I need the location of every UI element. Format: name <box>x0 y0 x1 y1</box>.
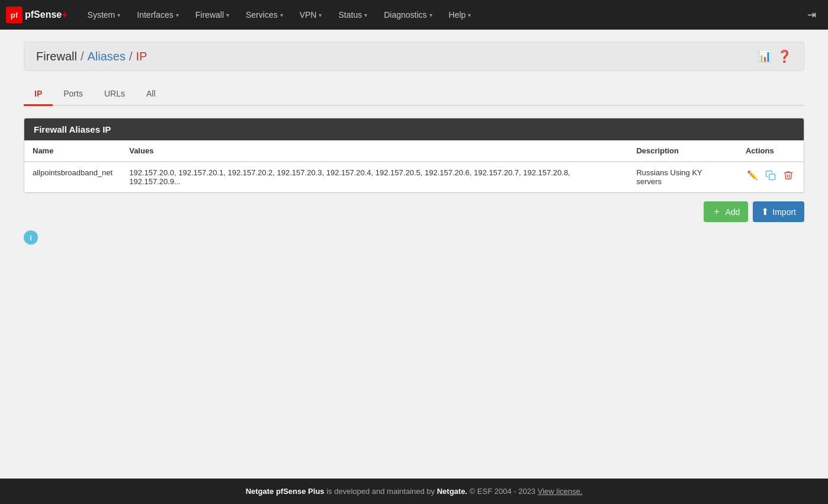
chevron-down-icon: ▾ <box>117 12 120 18</box>
chevron-down-icon: ▾ <box>364 12 367 18</box>
tab-ip[interactable]: IP <box>24 83 53 106</box>
chevron-down-icon: ▾ <box>468 12 471 18</box>
nav-item-system[interactable]: System ▾ <box>79 0 129 30</box>
cell-values: 192.157.20.0, 192.157.20.1, 192.157.20.2… <box>121 162 628 192</box>
nav-item-interfaces[interactable]: Interfaces ▾ <box>129 0 187 30</box>
nav-item-status[interactable]: Status ▾ <box>330 0 376 30</box>
info-section: i <box>24 230 804 245</box>
footer: Netgate pfSense Plus is developed and ma… <box>0 479 828 504</box>
chart-icon[interactable]: 📊 <box>758 50 771 63</box>
copy-button[interactable] <box>763 168 778 182</box>
add-button[interactable]: ＋ Add <box>704 201 748 222</box>
col-description: Description <box>628 140 737 162</box>
tab-ports[interactable]: Ports <box>53 83 94 106</box>
import-icon: ⬆ <box>761 206 769 217</box>
tab-urls[interactable]: URLs <box>94 83 136 106</box>
breadcrumb-current: IP <box>136 50 147 63</box>
firewall-aliases-table-section: Firewall Aliases IP Name Values Descript… <box>24 118 804 193</box>
import-button[interactable]: ⬆ Import <box>753 201 804 222</box>
cell-actions: ✏️ <box>737 162 804 192</box>
chevron-down-icon: ▾ <box>319 12 322 18</box>
chevron-down-icon: ▾ <box>280 12 283 18</box>
nav-item-services[interactable]: Services ▾ <box>238 0 291 30</box>
footer-prefix: Netgate pfSense Plus is developed and ma… <box>246 487 583 496</box>
aliases-table: Name Values Description Actions allpoint… <box>24 140 804 192</box>
brand-name: pfSense+ <box>25 9 68 20</box>
footer-license-link[interactable]: View license. <box>538 487 583 496</box>
chevron-down-icon: ▾ <box>429 12 432 18</box>
logout-button[interactable]: ⇥ <box>801 8 822 21</box>
breadcrumb-sep1: / <box>81 50 84 63</box>
col-values: Values <box>121 140 628 162</box>
breadcrumb-sep2: / <box>129 50 133 63</box>
breadcrumb: Firewall / Aliases / IP <box>36 50 147 63</box>
nav-item-vpn[interactable]: VPN ▾ <box>291 0 330 30</box>
col-name: Name <box>24 140 121 162</box>
nav-item-diagnostics[interactable]: Diagnostics ▾ <box>376 0 440 30</box>
svg-rect-0 <box>769 174 775 180</box>
tabs: IP Ports URLs All <box>24 83 804 106</box>
page-wrapper: Firewall / Aliases / IP 📊 ❓ IP Ports URL… <box>0 30 828 479</box>
col-actions: Actions <box>737 140 804 162</box>
page-header: Firewall / Aliases / IP 📊 ❓ <box>24 41 804 71</box>
delete-button[interactable] <box>781 168 795 182</box>
info-icon[interactable]: i <box>24 230 38 245</box>
chevron-down-icon: ▾ <box>176 12 179 18</box>
nav-item-firewall[interactable]: Firewall ▾ <box>187 0 238 30</box>
action-icons: ✏️ <box>746 168 795 182</box>
brand[interactable]: pf pfSense+ <box>6 7 68 23</box>
tab-all[interactable]: All <box>136 83 166 106</box>
table-header: Firewall Aliases IP <box>24 118 804 140</box>
edit-button[interactable]: ✏️ <box>746 168 760 182</box>
footer-brand-name: Netgate pfSense Plus <box>246 487 325 496</box>
navbar: pf pfSense+ System ▾ Interfaces ▾ Firewa… <box>0 0 828 30</box>
bottom-actions: ＋ Add ⬆ Import <box>24 201 804 222</box>
breadcrumb-root: Firewall <box>36 50 77 63</box>
table-header-row: Name Values Description Actions <box>24 140 804 162</box>
plus-icon: ＋ <box>712 206 721 218</box>
nav-item-help[interactable]: Help ▾ <box>441 0 480 30</box>
table-row: allpointsbroadband_net 192.157.20.0, 192… <box>24 162 804 192</box>
logo-icon: pf <box>6 7 23 23</box>
help-icon[interactable]: ❓ <box>777 49 792 63</box>
cell-description: Russians Using KY servers <box>628 162 737 192</box>
cell-name: allpointsbroadband_net <box>24 162 121 192</box>
header-icons: 📊 ❓ <box>758 49 792 63</box>
chevron-down-icon: ▾ <box>226 12 229 18</box>
breadcrumb-aliases[interactable]: Aliases <box>87 50 125 63</box>
nav-menu: System ▾ Interfaces ▾ Firewall ▾ Service… <box>79 0 801 30</box>
